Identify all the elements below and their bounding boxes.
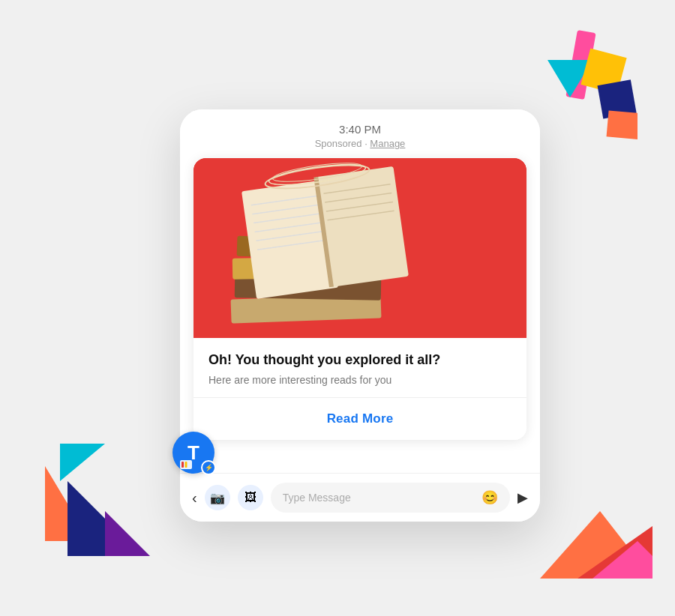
camera-button[interactable]: 📷 bbox=[205, 485, 230, 510]
svg-rect-35 bbox=[185, 462, 188, 468]
svg-marker-11 bbox=[592, 541, 652, 579]
message-input-area[interactable]: Type Message 😊 bbox=[271, 483, 510, 513]
ad-title: Oh! You thought you explored it all? bbox=[208, 351, 512, 369]
ad-illustration bbox=[194, 158, 526, 338]
sponsored-label: Sponsored · bbox=[315, 138, 370, 149]
svg-rect-0 bbox=[566, 30, 596, 100]
phone-card: 3:40 PM Sponsored · Manage bbox=[180, 109, 540, 522]
sponsor-row: Sponsored · Manage bbox=[195, 138, 525, 149]
svg-marker-9 bbox=[540, 511, 652, 579]
message-placeholder: Type Message bbox=[283, 492, 476, 504]
messenger-icon: ⚡ bbox=[205, 464, 213, 471]
emoji-button[interactable]: 😊 bbox=[482, 489, 498, 506]
svg-rect-34 bbox=[182, 462, 184, 468]
svg-marker-5 bbox=[60, 444, 105, 481]
manage-link[interactable]: Manage bbox=[370, 138, 405, 149]
svg-rect-3 bbox=[598, 79, 637, 118]
svg-marker-6 bbox=[45, 466, 90, 541]
svg-marker-8 bbox=[105, 511, 150, 556]
svg-rect-2 bbox=[580, 48, 626, 94]
camera-icon: 📷 bbox=[210, 491, 225, 505]
back-button[interactable]: ‹ bbox=[192, 489, 197, 507]
send-button[interactable]: ▶ bbox=[518, 489, 528, 506]
ad-image bbox=[194, 158, 526, 338]
read-more-button[interactable]: Read More bbox=[194, 398, 526, 440]
messenger-badge: ⚡ bbox=[201, 460, 216, 475]
input-bar: ‹ 📷 🖼 Type Message 😊 ▶ bbox=[180, 473, 540, 522]
image-button[interactable]: 🖼 bbox=[238, 485, 263, 510]
bottom-right-shapes bbox=[540, 466, 652, 579]
ad-subtitle: Here are more interesting reads for you bbox=[208, 373, 512, 388]
ad-card: Oh! You thought you explored it all? Her… bbox=[194, 158, 526, 440]
svg-marker-1 bbox=[548, 60, 592, 97]
time-display: 3:40 PM bbox=[195, 123, 525, 136]
top-bar: 3:40 PM Sponsored · Manage bbox=[180, 109, 540, 158]
avatar-circle[interactable]: T ⚡ bbox=[172, 432, 214, 474]
svg-rect-4 bbox=[607, 110, 638, 140]
bottom-left-shapes bbox=[45, 421, 180, 571]
avatar-area: T ⚡ bbox=[172, 432, 214, 474]
tool-icon bbox=[178, 457, 194, 472]
ad-text-area: Oh! You thought you explored it all? Her… bbox=[194, 338, 526, 398]
svg-marker-10 bbox=[578, 526, 652, 579]
image-icon: 🖼 bbox=[244, 491, 256, 504]
spacer bbox=[180, 440, 540, 473]
svg-marker-7 bbox=[68, 481, 142, 556]
